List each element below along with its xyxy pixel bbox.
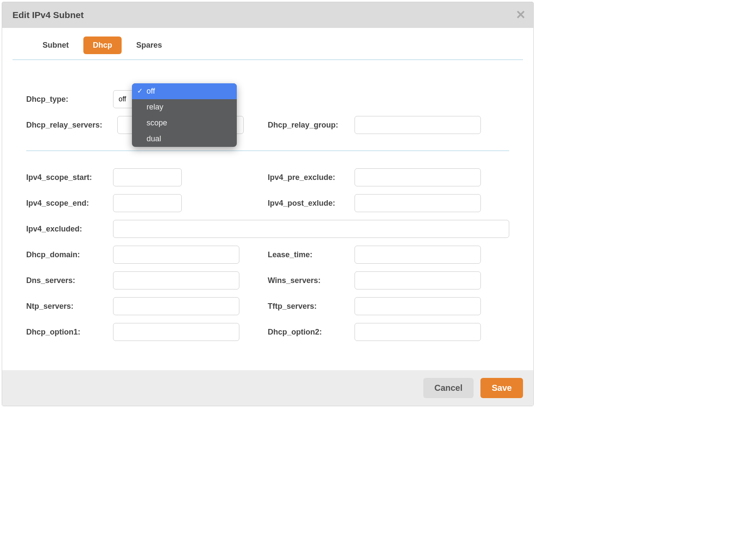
dhcp-domain-input[interactable] <box>113 246 239 264</box>
dhcp-option1-input[interactable] <box>113 323 239 341</box>
label-dhcp-domain: Dhcp_domain: <box>26 250 108 259</box>
tab-subnet[interactable]: Subnet <box>33 37 78 54</box>
label-dns-servers: Dns_servers: <box>26 276 108 285</box>
label-dhcp-relay-group: Dhcp_relay_group: <box>268 121 349 130</box>
label-ipv4-post-exlude: Ipv4_post_exlude: <box>268 199 349 208</box>
tftp-servers-input[interactable] <box>355 297 481 315</box>
modal-footer: Cancel Save <box>2 370 533 406</box>
dns-servers-input[interactable] <box>113 271 239 289</box>
section-dhcp-scope: Ipv4_scope_start: Ipv4_pre_exclude: Ipv4… <box>26 151 509 353</box>
dhcp-relay-group-input[interactable] <box>355 116 481 134</box>
ntp-servers-input[interactable] <box>113 297 239 315</box>
dhcp-option2-input[interactable] <box>355 323 481 341</box>
label-ipv4-excluded: Ipv4_excluded: <box>26 225 108 234</box>
modal-header: Edit IPv4 Subnet ✕ <box>2 2 533 28</box>
dhcp-type-dropdown: off relay scope dual <box>132 83 237 147</box>
label-dhcp-type: Dhcp_type: <box>26 95 108 104</box>
save-button[interactable]: Save <box>480 378 523 398</box>
label-wins-servers: Wins_servers: <box>268 276 349 285</box>
label-ipv4-scope-start: Ipv4_scope_start: <box>26 173 108 182</box>
modal-title: Edit IPv4 Subnet <box>12 10 523 20</box>
section-dhcp-basic: Dhcp_type: off ▾ Dhcp_relay_servers: Dhc… <box>26 73 509 151</box>
wins-servers-input[interactable] <box>355 271 481 289</box>
ipv4-pre-exclude-input[interactable] <box>355 168 481 186</box>
dhcp-type-option-relay[interactable]: relay <box>132 99 237 115</box>
dhcp-type-option-dual[interactable]: dual <box>132 131 237 147</box>
dhcp-type-option-scope[interactable]: scope <box>132 115 237 131</box>
ipv4-excluded-input[interactable] <box>113 220 509 238</box>
tab-dhcp[interactable]: Dhcp <box>83 37 122 54</box>
label-ipv4-scope-end: Ipv4_scope_end: <box>26 199 108 208</box>
label-dhcp-option1: Dhcp_option1: <box>26 328 108 337</box>
lease-time-input[interactable] <box>355 246 481 264</box>
edit-ipv4-subnet-modal: Edit IPv4 Subnet ✕ Subnet Dhcp Spares Dh… <box>2 2 534 406</box>
label-dhcp-relay-servers: Dhcp_relay_servers: <box>26 121 112 130</box>
label-ntp-servers: Ntp_servers: <box>26 302 108 311</box>
label-tftp-servers: Tftp_servers: <box>268 302 349 311</box>
label-lease-time: Lease_time: <box>268 250 349 259</box>
tab-spares[interactable]: Spares <box>127 37 171 54</box>
label-ipv4-pre-exclude: Ipv4_pre_exclude: <box>268 173 349 182</box>
tab-bar: Subnet Dhcp Spares <box>12 28 523 60</box>
form-area: Dhcp_type: off ▾ Dhcp_relay_servers: Dhc… <box>2 60 533 370</box>
cancel-button[interactable]: Cancel <box>423 378 474 398</box>
close-icon[interactable]: ✕ <box>516 9 526 21</box>
label-dhcp-option2: Dhcp_option2: <box>268 328 349 337</box>
ipv4-scope-end-input[interactable] <box>113 194 182 212</box>
ipv4-post-exlude-input[interactable] <box>355 194 481 212</box>
ipv4-scope-start-input[interactable] <box>113 168 182 186</box>
dhcp-type-option-off[interactable]: off <box>132 83 237 99</box>
dhcp-type-value: off <box>119 95 126 103</box>
